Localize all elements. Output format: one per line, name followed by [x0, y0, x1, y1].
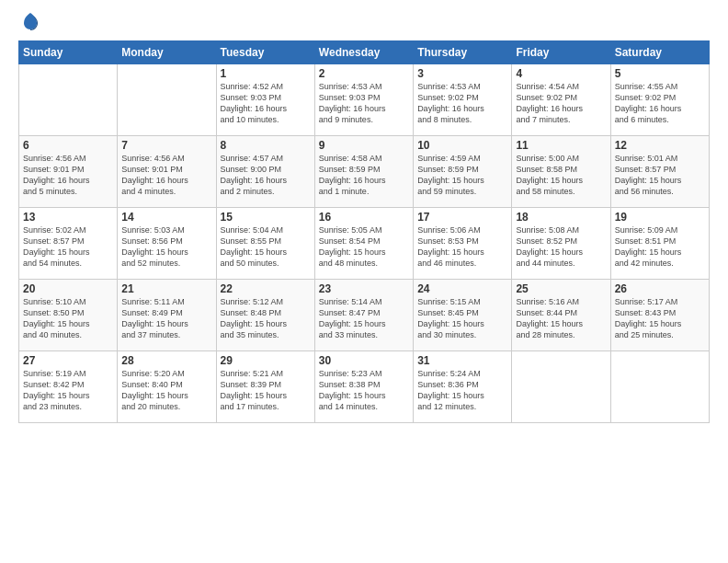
day-info: Sunrise: 5:02 AM Sunset: 8:57 PM Dayligh…	[23, 224, 113, 270]
day-info: Sunrise: 4:53 AM Sunset: 9:02 PM Dayligh…	[417, 81, 507, 126]
calendar-cell: 7Sunrise: 4:56 AM Sunset: 9:01 PM Daylig…	[118, 136, 216, 208]
week-row-3: 13Sunrise: 5:02 AM Sunset: 8:57 PM Dayli…	[19, 208, 710, 280]
calendar-cell	[19, 64, 118, 136]
calendar-cell	[118, 64, 216, 136]
calendar-cell: 31Sunrise: 5:24 AM Sunset: 8:36 PM Dayli…	[414, 351, 512, 423]
day-number: 16	[319, 211, 409, 224]
day-number: 15	[221, 211, 311, 224]
day-number: 1	[221, 67, 311, 80]
day-number: 31	[417, 354, 507, 367]
calendar-cell: 9Sunrise: 4:58 AM Sunset: 8:59 PM Daylig…	[314, 136, 413, 208]
day-info: Sunrise: 4:59 AM Sunset: 8:59 PM Dayligh…	[417, 153, 507, 198]
day-number: 23	[319, 282, 409, 295]
day-number: 5	[615, 67, 705, 80]
day-number: 8	[221, 139, 311, 152]
calendar-cell: 4Sunrise: 4:54 AM Sunset: 9:02 PM Daylig…	[512, 64, 610, 136]
calendar-cell: 12Sunrise: 5:01 AM Sunset: 8:57 PM Dayli…	[610, 136, 709, 208]
day-number: 18	[516, 211, 606, 224]
day-info: Sunrise: 5:06 AM Sunset: 8:53 PM Dayligh…	[417, 224, 507, 270]
day-info: Sunrise: 5:24 AM Sunset: 8:36 PM Dayligh…	[417, 368, 507, 413]
calendar-cell: 3Sunrise: 4:53 AM Sunset: 9:02 PM Daylig…	[414, 64, 512, 136]
day-info: Sunrise: 5:11 AM Sunset: 8:49 PM Dayligh…	[121, 296, 211, 341]
day-number: 25	[516, 282, 606, 295]
day-info: Sunrise: 5:19 AM Sunset: 8:42 PM Dayligh…	[23, 368, 113, 413]
calendar-cell: 28Sunrise: 5:20 AM Sunset: 8:40 PM Dayli…	[118, 351, 216, 423]
day-number: 20	[23, 282, 113, 295]
day-info: Sunrise: 5:16 AM Sunset: 8:44 PM Dayligh…	[516, 296, 606, 341]
logo-icon	[20, 11, 40, 31]
day-info: Sunrise: 4:52 AM Sunset: 9:03 PM Dayligh…	[221, 81, 311, 126]
calendar-cell: 14Sunrise: 5:03 AM Sunset: 8:56 PM Dayli…	[118, 208, 216, 280]
calendar-cell: 30Sunrise: 5:23 AM Sunset: 8:38 PM Dayli…	[314, 351, 413, 423]
day-number: 3	[417, 67, 507, 80]
week-row-4: 20Sunrise: 5:10 AM Sunset: 8:50 PM Dayli…	[19, 280, 710, 351]
day-number: 30	[319, 354, 409, 367]
calendar-cell: 1Sunrise: 4:52 AM Sunset: 9:03 PM Daylig…	[216, 64, 314, 136]
day-info: Sunrise: 4:54 AM Sunset: 9:02 PM Dayligh…	[516, 81, 606, 126]
calendar-header-row: SundayMondayTuesdayWednesdayThursdayFrid…	[19, 41, 710, 64]
day-number: 29	[221, 354, 311, 367]
day-number: 27	[23, 354, 113, 367]
calendar-cell: 29Sunrise: 5:21 AM Sunset: 8:39 PM Dayli…	[216, 351, 314, 423]
logo	[18, 15, 40, 31]
day-number: 28	[121, 354, 211, 367]
day-header-friday: Friday	[512, 41, 610, 64]
calendar-cell: 20Sunrise: 5:10 AM Sunset: 8:50 PM Dayli…	[19, 280, 118, 351]
calendar-cell: 21Sunrise: 5:11 AM Sunset: 8:49 PM Dayli…	[118, 280, 216, 351]
calendar-cell: 16Sunrise: 5:05 AM Sunset: 8:54 PM Dayli…	[314, 208, 413, 280]
day-number: 6	[23, 139, 113, 152]
calendar-cell: 15Sunrise: 5:04 AM Sunset: 8:55 PM Dayli…	[216, 208, 314, 280]
day-info: Sunrise: 5:10 AM Sunset: 8:50 PM Dayligh…	[23, 296, 113, 341]
day-info: Sunrise: 5:21 AM Sunset: 8:39 PM Dayligh…	[221, 368, 311, 413]
day-info: Sunrise: 5:14 AM Sunset: 8:47 PM Dayligh…	[319, 296, 409, 341]
day-number: 14	[121, 211, 211, 224]
calendar-cell	[610, 351, 709, 423]
day-header-tuesday: Tuesday	[216, 41, 314, 64]
header	[18, 15, 710, 31]
week-row-5: 27Sunrise: 5:19 AM Sunset: 8:42 PM Dayli…	[19, 351, 710, 423]
day-number: 7	[121, 139, 211, 152]
day-number: 24	[417, 282, 507, 295]
day-info: Sunrise: 5:01 AM Sunset: 8:57 PM Dayligh…	[615, 153, 705, 198]
day-number: 19	[615, 211, 705, 224]
day-number: 10	[417, 139, 507, 152]
calendar-cell: 5Sunrise: 4:55 AM Sunset: 9:02 PM Daylig…	[610, 64, 709, 136]
calendar-cell	[512, 351, 610, 423]
calendar-cell: 10Sunrise: 4:59 AM Sunset: 8:59 PM Dayli…	[414, 136, 512, 208]
day-number: 21	[121, 282, 211, 295]
day-number: 26	[615, 282, 705, 295]
day-header-saturday: Saturday	[610, 41, 709, 64]
calendar-cell: 8Sunrise: 4:57 AM Sunset: 9:00 PM Daylig…	[216, 136, 314, 208]
calendar-cell: 18Sunrise: 5:08 AM Sunset: 8:52 PM Dayli…	[512, 208, 610, 280]
day-info: Sunrise: 5:20 AM Sunset: 8:40 PM Dayligh…	[121, 368, 211, 413]
day-info: Sunrise: 5:15 AM Sunset: 8:45 PM Dayligh…	[417, 296, 507, 341]
day-header-sunday: Sunday	[19, 41, 118, 64]
day-info: Sunrise: 5:09 AM Sunset: 8:51 PM Dayligh…	[615, 224, 705, 270]
week-row-2: 6Sunrise: 4:56 AM Sunset: 9:01 PM Daylig…	[19, 136, 710, 208]
day-info: Sunrise: 5:23 AM Sunset: 8:38 PM Dayligh…	[319, 368, 409, 413]
day-number: 11	[516, 139, 606, 152]
calendar-cell: 13Sunrise: 5:02 AM Sunset: 8:57 PM Dayli…	[19, 208, 118, 280]
calendar-cell: 2Sunrise: 4:53 AM Sunset: 9:03 PM Daylig…	[314, 64, 413, 136]
day-info: Sunrise: 4:57 AM Sunset: 9:00 PM Dayligh…	[221, 153, 311, 198]
calendar-cell: 26Sunrise: 5:17 AM Sunset: 8:43 PM Dayli…	[610, 280, 709, 351]
day-number: 9	[319, 139, 409, 152]
day-info: Sunrise: 5:03 AM Sunset: 8:56 PM Dayligh…	[121, 224, 211, 270]
day-info: Sunrise: 4:53 AM Sunset: 9:03 PM Dayligh…	[319, 81, 409, 126]
calendar-cell: 22Sunrise: 5:12 AM Sunset: 8:48 PM Dayli…	[216, 280, 314, 351]
calendar-cell: 24Sunrise: 5:15 AM Sunset: 8:45 PM Dayli…	[414, 280, 512, 351]
day-info: Sunrise: 4:56 AM Sunset: 9:01 PM Dayligh…	[23, 153, 113, 198]
calendar-cell: 17Sunrise: 5:06 AM Sunset: 8:53 PM Dayli…	[414, 208, 512, 280]
calendar-table: SundayMondayTuesdayWednesdayThursdayFrid…	[18, 40, 710, 423]
day-info: Sunrise: 5:08 AM Sunset: 8:52 PM Dayligh…	[516, 224, 606, 270]
day-header-thursday: Thursday	[414, 41, 512, 64]
day-number: 12	[615, 139, 705, 152]
day-header-monday: Monday	[118, 41, 216, 64]
day-number: 4	[516, 67, 606, 80]
day-info: Sunrise: 5:00 AM Sunset: 8:58 PM Dayligh…	[516, 153, 606, 198]
day-info: Sunrise: 5:12 AM Sunset: 8:48 PM Dayligh…	[221, 296, 311, 341]
calendar-cell: 19Sunrise: 5:09 AM Sunset: 8:51 PM Dayli…	[610, 208, 709, 280]
day-number: 13	[23, 211, 113, 224]
calendar-cell: 27Sunrise: 5:19 AM Sunset: 8:42 PM Dayli…	[19, 351, 118, 423]
day-number: 22	[221, 282, 311, 295]
